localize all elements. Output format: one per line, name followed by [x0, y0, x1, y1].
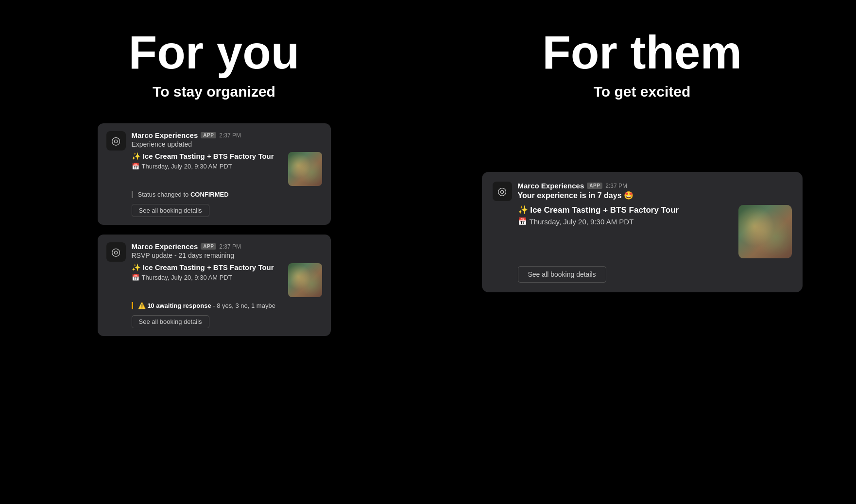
see-details-button-confirmed[interactable]: See all booking details [132, 204, 209, 217]
date-text-rsvp: Thursday, July 20, 9:30 AM PDT [142, 274, 232, 281]
app-badge-rsvp: APP [201, 243, 216, 250]
thumbnail-confirmed [288, 152, 322, 186]
thumbnail-pattern-rsvp [288, 263, 322, 297]
thumbnail-pattern-confirmed [288, 152, 322, 186]
card-rsvp-header: ◎ Marco Experiences APP 2:37 PM RSVP upd… [106, 242, 322, 328]
page-layout: For you To stay organized ◎ Marco Experi… [0, 0, 856, 504]
timestamp-confirmed: 2:37 PM [219, 132, 241, 139]
see-details-button-rsvp[interactable]: See all booking details [132, 315, 209, 328]
right-column: For them To get excited ◎ Marco Experien… [428, 0, 856, 504]
experience-row-excited: ✨ Ice Cream Tasting + BTS Factory Tour 📅… [518, 205, 792, 258]
date-text-confirmed: Thursday, July 20, 9:30 AM PDT [142, 163, 232, 170]
calendar-icon-excited: 📅 [518, 217, 527, 226]
awaiting-label: 10 awaiting response [147, 302, 211, 309]
avatar-icon-rsvp: ◎ [111, 246, 120, 258]
thumbnail-rsvp [288, 263, 322, 297]
confirmed-label: CONFIRMED [190, 191, 229, 198]
app-badge-confirmed: APP [201, 132, 216, 138]
status-bar-rsvp: ⚠️ 10 awaiting response - 8 yes, 3 no, 1… [132, 302, 322, 309]
sender-name-confirmed: Marco Experiences [132, 131, 198, 139]
experience-title-excited: ✨ Ice Cream Tasting + BTS Factory Tour [518, 205, 734, 215]
experience-date-rsvp: 📅 Thursday, July 20, 9:30 AM PDT [132, 274, 283, 281]
left-title: For you [129, 29, 300, 76]
card-rsvp: ◎ Marco Experiences APP 2:37 PM RSVP upd… [98, 235, 331, 336]
experience-row-confirmed: ✨ Ice Cream Tasting + BTS Factory Tour 📅… [132, 152, 322, 186]
timestamp-excited: 2:37 PM [605, 183, 627, 189]
right-title: For them [542, 29, 742, 76]
card-rsvp-body: Marco Experiences APP 2:37 PM RSVP updat… [132, 242, 322, 328]
experience-date-confirmed: 📅 Thursday, July 20, 9:30 AM PDT [132, 163, 283, 170]
card-confirmed-body: Marco Experiences APP 2:37 PM Experience… [132, 131, 322, 217]
card-rsvp-subtitle: RSVP update - 21 days remaining [132, 252, 322, 259]
experience-title-rsvp: ✨ Ice Cream Tasting + BTS Factory Tour [132, 263, 283, 272]
card-excited: ◎ Marco Experiences APP 2:37 PM Your exp… [482, 172, 803, 292]
right-subtitle: To get excited [594, 84, 690, 100]
thumbnail-excited [738, 205, 792, 258]
left-column: For you To stay organized ◎ Marco Experi… [0, 0, 428, 504]
app-badge-excited: APP [587, 183, 602, 189]
sender-name-excited: Marco Experiences [518, 182, 584, 190]
experience-date-excited: 📅 Thursday, July 20, 9:30 AM PDT [518, 217, 734, 226]
avatar-rsvp: ◎ [106, 242, 126, 262]
card-confirmed: ◎ Marco Experiences APP 2:37 PM Experien… [98, 123, 331, 225]
avatar-icon-confirmed: ◎ [111, 134, 120, 147]
card-confirmed-subtitle: Experience updated [132, 140, 322, 148]
calendar-icon-confirmed: 📅 [132, 163, 139, 170]
thumbnail-pattern-excited [738, 205, 792, 258]
avatar-icon-excited: ◎ [497, 185, 507, 198]
date-text-excited: Thursday, July 20, 9:30 AM PDT [530, 218, 634, 226]
sender-row-confirmed: Marco Experiences APP 2:37 PM [132, 131, 322, 139]
avatar-excited: ◎ [493, 182, 512, 201]
warning-icon: ⚠️ [138, 302, 148, 309]
card-excited-body: Marco Experiences APP 2:37 PM Your exper… [518, 182, 792, 283]
experience-info-excited: ✨ Ice Cream Tasting + BTS Factory Tour 📅… [518, 205, 734, 226]
status-prefix-confirmed: Status changed to [138, 191, 190, 198]
sender-row-excited: Marco Experiences APP 2:37 PM [518, 182, 792, 190]
experience-row-rsvp: ✨ Ice Cream Tasting + BTS Factory Tour 📅… [132, 263, 322, 297]
sender-row-rsvp: Marco Experiences APP 2:37 PM [132, 242, 322, 251]
experience-title-confirmed: ✨ Ice Cream Tasting + BTS Factory Tour [132, 152, 283, 161]
experience-info-rsvp: ✨ Ice Cream Tasting + BTS Factory Tour 📅… [132, 263, 283, 281]
awaiting-detail: - 8 yes, 3 no, 1 maybe [211, 302, 275, 309]
card-excited-subtitle: Your experience is in 7 days 🤩 [518, 191, 792, 200]
avatar-confirmed: ◎ [106, 131, 126, 151]
experience-info-confirmed: ✨ Ice Cream Tasting + BTS Factory Tour 📅… [132, 152, 283, 170]
sender-name-rsvp: Marco Experiences [132, 242, 198, 251]
left-subtitle: To stay organized [153, 84, 275, 100]
card-confirmed-header: ◎ Marco Experiences APP 2:37 PM Experien… [106, 131, 322, 217]
card-excited-header: ◎ Marco Experiences APP 2:37 PM Your exp… [493, 182, 792, 283]
calendar-icon-rsvp: 📅 [132, 274, 139, 281]
status-bar-confirmed: Status changed to CONFIRMED [132, 191, 322, 198]
timestamp-rsvp: 2:37 PM [219, 243, 241, 250]
see-details-button-excited[interactable]: See all booking details [518, 266, 606, 283]
